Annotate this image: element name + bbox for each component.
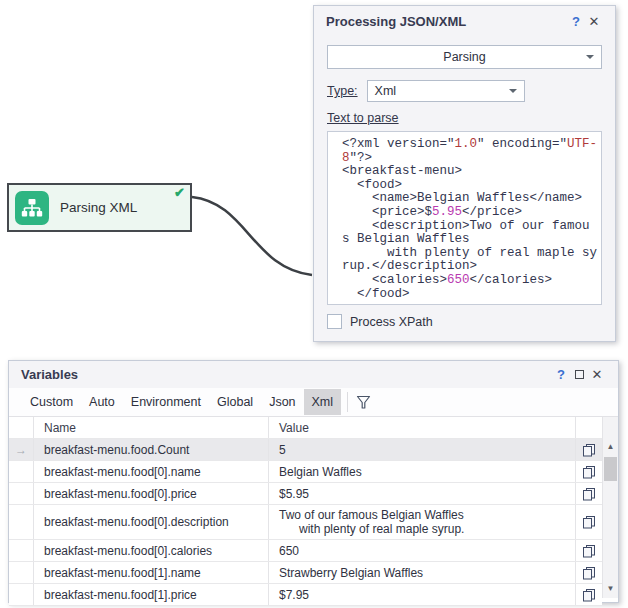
- table-row[interactable]: breakfast-menu.food[0].descriptionTwo of…: [9, 505, 602, 540]
- chevron-down-icon: [586, 55, 594, 59]
- processing-panel-title: Processing JSON/XML: [326, 14, 567, 29]
- process-xpath-checkbox[interactable]: [327, 314, 342, 329]
- chevron-down-icon: [509, 89, 517, 93]
- scroll-down-icon[interactable]: ▼: [603, 581, 618, 596]
- copy-button[interactable]: [576, 584, 602, 605]
- copy-icon: [582, 566, 596, 580]
- sitemap-icon: [15, 191, 49, 225]
- variable-name: breakfast-menu.food[0].price: [34, 483, 269, 504]
- copy-button[interactable]: [576, 461, 602, 482]
- category-dropdown[interactable]: Parsing: [327, 45, 602, 69]
- variables-panel: Variables ? ✕ CustomAutoEnvironmentGloba…: [8, 360, 619, 603]
- table-row[interactable]: breakfast-menu.food[1].nameStrawberry Be…: [9, 562, 602, 584]
- table-row[interactable]: breakfast-menu.food[0].calories650: [9, 540, 602, 562]
- variable-value: Belgian Waffles: [269, 461, 576, 482]
- variable-value: Two of our famous Belgian Waffles with p…: [269, 505, 576, 539]
- row-gutter: [9, 483, 34, 504]
- row-gutter: [9, 562, 34, 583]
- gutter-header: [9, 417, 34, 438]
- copy-icon: [582, 544, 596, 558]
- copy-icon: [582, 487, 596, 501]
- processing-panel-header: Processing JSON/XML ? ✕: [314, 6, 615, 37]
- close-button[interactable]: ✕: [585, 14, 603, 30]
- copy-column-header: [576, 417, 602, 438]
- help-button[interactable]: ?: [567, 14, 585, 30]
- table-row[interactable]: breakfast-menu.food[0].price$5.95: [9, 483, 602, 505]
- node-parsing-xml[interactable]: Parsing XML ✔: [7, 183, 192, 232]
- copy-icon: [582, 588, 596, 602]
- variable-name: breakfast-menu.food[1].name: [34, 562, 269, 583]
- variable-value: $5.95: [269, 483, 576, 504]
- text-to-parse-label: Text to parse: [327, 111, 602, 125]
- table-row[interactable]: breakfast-menu.food[0].nameBelgian Waffl…: [9, 461, 602, 483]
- type-dropdown-value: Xml: [375, 84, 397, 98]
- help-button[interactable]: ?: [552, 367, 570, 383]
- tab-separator: [347, 392, 348, 412]
- maximize-button[interactable]: [570, 367, 588, 383]
- copy-icon: [582, 443, 596, 457]
- variable-name: breakfast-menu.food[0].name: [34, 461, 269, 482]
- copy-button[interactable]: [576, 562, 602, 583]
- variable-name: breakfast-menu.food[1].price: [34, 584, 269, 605]
- table-header-row: Name Value: [9, 417, 602, 439]
- category-dropdown-value: Parsing: [443, 50, 485, 64]
- xml-editor[interactable]: <?xml version="1.0" encoding="UTF-8"?><b…: [327, 131, 602, 305]
- type-dropdown[interactable]: Xml: [367, 80, 525, 102]
- name-column-header[interactable]: Name: [34, 417, 269, 438]
- variable-value: 650: [269, 540, 576, 561]
- variables-panel-title: Variables: [21, 367, 552, 382]
- variables-table: Name Value →breakfast-menu.food.Count5 b…: [9, 417, 602, 598]
- variables-table-body: →breakfast-menu.food.Count5 breakfast-me…: [9, 439, 602, 606]
- variable-name: breakfast-menu.food.Count: [34, 439, 269, 460]
- row-gutter: [9, 461, 34, 482]
- row-gutter: [9, 540, 34, 561]
- success-check-icon: ✔: [174, 186, 185, 200]
- processing-panel: Processing JSON/XML ? ✕ Parsing Type: Xm…: [313, 5, 616, 342]
- filter-button[interactable]: [356, 395, 371, 410]
- copy-icon: [582, 465, 596, 479]
- copy-icon: [582, 515, 596, 529]
- row-gutter: [9, 584, 34, 605]
- variable-name: breakfast-menu.food[0].description: [34, 505, 269, 539]
- variable-name: breakfast-menu.food[0].calories: [34, 540, 269, 561]
- row-gutter: [9, 505, 34, 539]
- tab-json[interactable]: Json: [261, 389, 303, 415]
- variable-value: $7.95: [269, 584, 576, 605]
- variables-tabs: CustomAutoEnvironmentGlobalJsonXml: [22, 389, 341, 415]
- copy-button[interactable]: [576, 505, 602, 539]
- canvas: Parsing XML ✔ Processing JSON/XML ? ✕ Pa…: [0, 0, 628, 608]
- row-gutter: →: [9, 439, 34, 460]
- variable-value: Strawberry Belgian Waffles: [269, 562, 576, 583]
- tab-custom[interactable]: Custom: [22, 389, 81, 415]
- copy-button[interactable]: [576, 439, 602, 460]
- maximize-icon: [575, 370, 584, 379]
- type-label: Type:: [327, 84, 358, 98]
- tab-environment[interactable]: Environment: [123, 389, 209, 415]
- tab-auto[interactable]: Auto: [81, 389, 123, 415]
- vertical-scrollbar[interactable]: ▲ ▼: [602, 417, 618, 598]
- scroll-up-icon[interactable]: ▲: [603, 439, 618, 454]
- table-row[interactable]: →breakfast-menu.food.Count5: [9, 439, 602, 461]
- close-button[interactable]: ✕: [588, 367, 606, 383]
- tab-xml[interactable]: Xml: [304, 389, 342, 415]
- funnel-icon: [356, 395, 371, 410]
- process-xpath-label: Process XPath: [350, 315, 433, 329]
- value-column-header[interactable]: Value: [269, 417, 576, 438]
- variable-value: 5: [269, 439, 576, 460]
- copy-button[interactable]: [576, 483, 602, 504]
- scrollbar-thumb[interactable]: [604, 457, 617, 481]
- node-label: Parsing XML: [60, 200, 137, 215]
- copy-button[interactable]: [576, 540, 602, 561]
- table-row[interactable]: breakfast-menu.food[1].price$7.95: [9, 584, 602, 606]
- tab-global[interactable]: Global: [209, 389, 261, 415]
- xml-text: <?xml version="1.0" encoding="UTF-8"?><b…: [328, 132, 601, 305]
- variables-panel-header: Variables ? ✕: [9, 361, 618, 388]
- selected-row-arrow-icon: →: [15, 443, 27, 457]
